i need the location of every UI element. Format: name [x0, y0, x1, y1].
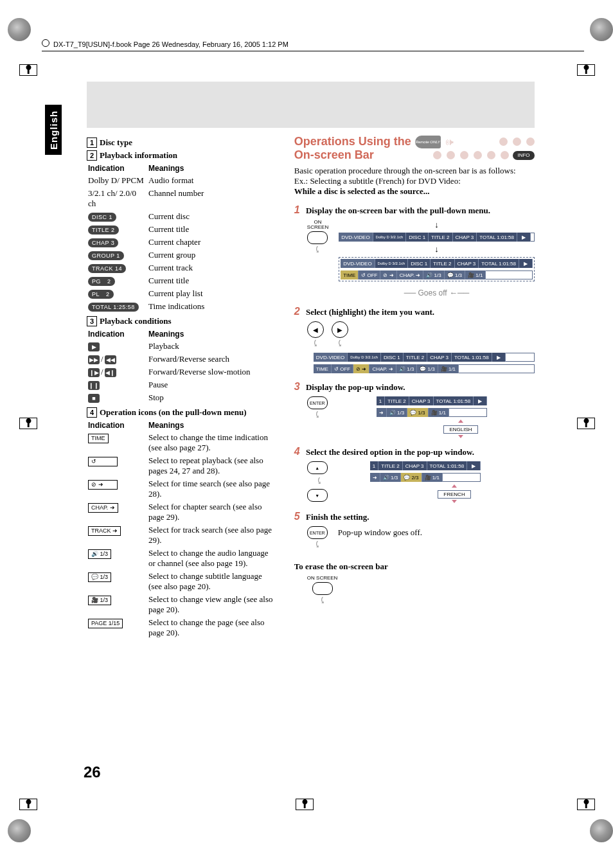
onscreen-button[interactable]: ON SCREEN ⤹: [307, 220, 328, 255]
rew-icon: ◀◀: [105, 355, 116, 364]
step-5-text: Pop-up window goes off.: [338, 527, 422, 538]
osd-cell: DISC 1: [408, 259, 431, 268]
page-number: 26: [84, 763, 101, 781]
osd-cell: CHAP 3: [453, 233, 477, 242]
col-head: Meanings: [148, 420, 276, 430]
cursor-right-button[interactable]: ▶⤹: [332, 321, 348, 349]
osd-cell: CHAP 3: [403, 461, 427, 470]
meaning: Audio format: [148, 175, 276, 186]
binder-corner-br: [590, 819, 613, 842]
osd-bar-top-short: 1 TITLE 2 CHAP 3 TOTAL 1:01:58 ▶: [377, 396, 487, 405]
meaning: Current title: [148, 224, 276, 235]
col-head: Indication: [88, 163, 147, 173]
osd-bar-top-short: 1 TITLE 2 CHAP 3 TOTAL 1:01:58 ▶: [370, 461, 481, 470]
osd-cell: DISC 1: [381, 353, 404, 362]
osd-cell: 🎥 1/1: [429, 408, 449, 417]
button-label: ENTER: [307, 526, 328, 539]
sect-num: 3: [87, 316, 97, 326]
button-label: ON SCREEN: [307, 576, 338, 581]
meaning: Current track: [148, 262, 276, 274]
left-column: 1Disc type 2Playback information Indicat…: [87, 135, 278, 784]
right-heading: Operations Using the Remote ONLY 🕪 On-sc…: [294, 135, 535, 162]
button-shape: [312, 582, 333, 595]
info-icon: INFO: [513, 151, 535, 160]
meaning: Current disc: [148, 211, 276, 222]
osd-cell: DVD-VIDEO: [341, 259, 375, 268]
meaning: Forward/Reverse slow-motion: [148, 366, 276, 378]
sound-icon: 🕪: [445, 137, 454, 147]
crop-mark: ⬤▮: [296, 799, 314, 810]
header-icon: [42, 39, 49, 47]
sect-num: 4: [87, 407, 97, 418]
osd-cell: TITLE 2: [385, 396, 409, 405]
meaning: Select to change the time indication (se…: [148, 432, 276, 454]
osd-cell: 💬 1/3: [417, 364, 438, 373]
osd-cell: TOTAL 1:01:58: [434, 396, 474, 405]
crop-mark: ⬤▮: [577, 64, 595, 76]
intro-text-1: Basic operation procedure through the on…: [294, 166, 535, 176]
angle-icon: 🎥 1/3: [88, 596, 111, 605]
meaning: Pause: [148, 379, 276, 391]
osd-bar-top: DVD-VIDEO Dolby D 3/2.1ch DISC 1 TITLE 2…: [314, 353, 535, 362]
osd-pill: GROUP 1: [88, 251, 124, 260]
right-column: Operations Using the Remote ONLY 🕪 On-sc…: [294, 135, 535, 784]
osd-bar-top: DVD-VIDEO Dolby D 3/2.1ch DISC 1 TITLE 2…: [339, 233, 535, 242]
step-4: 4 Select the desired option in the pop-u…: [294, 446, 535, 457]
slash: /: [100, 354, 105, 364]
osd-pill: TRACK 14: [88, 264, 126, 273]
step-title: Select (highlight) the item you want.: [306, 307, 434, 317]
timesearch-icon: ⊘ ➜: [88, 480, 118, 490]
osd-play-icon: ▶: [492, 353, 506, 362]
cursor-left-button[interactable]: ◀⤹: [307, 321, 324, 349]
osd-cell: CHAP. ➜: [397, 270, 424, 279]
osd-play-icon: ▶: [474, 396, 487, 405]
step-5: 5 Finish the setting.: [294, 511, 535, 522]
popup-language: ENGLISH: [443, 425, 477, 434]
step-title: Display the on-screen bar with the pull-…: [306, 206, 490, 215]
cursor-up-button[interactable]: ▲: [307, 461, 328, 474]
osd-cell: CHAP 3: [455, 259, 479, 268]
osd-play-icon: ▶: [519, 259, 533, 268]
intro-text-2: Ex.: Selecting a subtitle (French) for D…: [294, 176, 535, 186]
osd-cell: TOTAL 1:01:58: [452, 353, 492, 362]
osd-cell: TIME: [314, 364, 332, 373]
ind-text: Dolby D/ PPCM: [88, 175, 147, 186]
osd-cell: DVD-VIDEO: [314, 353, 348, 362]
osd-bar-bottom: TIME ↺ OFF ⊘ ➜ CHAP. ➜ 🔊 1/3 💬 1/3 🎥 1/1: [314, 364, 535, 373]
osd-cell: 1: [370, 461, 378, 470]
cursor-down-button[interactable]: ▼: [307, 489, 328, 502]
meaning: Time indications: [148, 301, 276, 312]
doc-header: DX-T7_T9[USUN]-f.book Page 26 Wednesday,…: [42, 29, 584, 51]
playback-cond-table: IndicationMeanings ▶Playback ▶▶/◀◀Forwar…: [87, 328, 278, 405]
meaning: Select to change subtitle language (see …: [148, 571, 276, 592]
step-1: 1 Display the on-screen bar with the pul…: [294, 204, 535, 216]
osd-cell: Dolby D 3/2.1ch: [373, 233, 407, 242]
header-wash: [87, 82, 535, 128]
osd-step4: 1 TITLE 2 CHAP 3 TOTAL 1:01:58 ▶ ➜ 🔊 1/3…: [370, 461, 481, 503]
sect-1-head: 1Disc type: [87, 137, 278, 148]
stop-icon: ■: [88, 394, 100, 403]
step-4-diagram: ▲ ⤹ ▼ 1 TITLE 2 CHAP 3 TOTAL 1:01:58 ▶ ➜…: [307, 461, 535, 503]
meaning: Current group: [148, 249, 276, 261]
osd-bar-bot-short: ➜ 🔊 1/3 💬 1/3 🎥 1/1: [377, 408, 487, 417]
step-1-diagram: ON SCREEN ⤹ ↓ DVD-VIDEO Dolby D 3/2.1ch …: [307, 220, 535, 298]
heading-line-1: Operations Using the: [294, 135, 411, 148]
button-shape: [307, 231, 328, 244]
binder-corner-bl: [8, 819, 31, 842]
step-number: 4: [294, 446, 300, 457]
step-number: 3: [294, 381, 300, 392]
enter-button[interactable]: ENTER ⤹: [307, 526, 328, 550]
onscreen-button[interactable]: ON SCREEN ⤹: [307, 576, 338, 606]
repeat-icon: ↺: [88, 457, 118, 466]
osd-cell: 💬 2/3: [401, 473, 422, 482]
osd-cell: Dolby D 3/2.1ch: [348, 353, 381, 362]
time-icon: TIME: [88, 434, 109, 443]
page-icon: PAGE 1/15: [88, 619, 123, 628]
triangle-up-icon: [458, 420, 463, 423]
slow-fwd-icon: ❙▶: [88, 368, 100, 377]
osd-cell: 🔊 1/3: [423, 270, 444, 279]
enter-button[interactable]: ENTER ⤹: [307, 396, 328, 420]
content-columns: 1Disc type 2Playback information Indicat…: [87, 135, 535, 784]
crop-mark: ⬤▮: [19, 799, 37, 810]
osd-cell: 🎥 1/1: [438, 364, 459, 373]
